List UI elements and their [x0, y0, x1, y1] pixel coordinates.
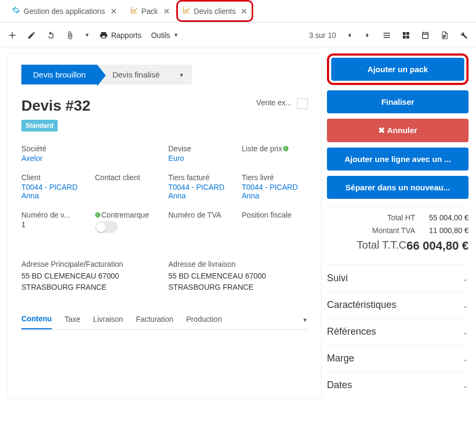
- tab-label: Devis clients: [194, 7, 236, 16]
- collapsible-marge[interactable]: Marge ⌄: [327, 345, 469, 372]
- label-liste-prix: Liste de prix i: [242, 144, 308, 153]
- info-icon[interactable]: i: [283, 146, 288, 151]
- label-contact-client: Contact client: [95, 173, 161, 182]
- field-contremarque: iContremarque: [95, 211, 161, 233]
- next-icon[interactable]: [363, 30, 372, 40]
- edit-icon[interactable]: [27, 30, 36, 40]
- chart-icon: [130, 6, 138, 16]
- sub-tab-production[interactable]: Production: [186, 310, 222, 329]
- cancel-icon: ✖: [378, 126, 385, 135]
- vente-ex-checkbox[interactable]: [297, 98, 308, 109]
- info-icon[interactable]: i: [95, 212, 100, 218]
- value-devise[interactable]: Euro: [168, 154, 235, 163]
- contremarque-toggle[interactable]: [95, 221, 118, 233]
- sub-tab-more[interactable]: ▼: [302, 315, 308, 323]
- attachment-dropdown-icon[interactable]: ▼: [84, 32, 90, 38]
- total-ht-row: Total HT 55 004,00 €: [327, 211, 469, 224]
- value-addr-livraison-line1: 55 BD CLEMENCEAU 67000: [168, 271, 308, 282]
- tools-label: Outils: [151, 31, 170, 40]
- separer-button[interactable]: Séparer dans un nouveau...: [327, 176, 469, 199]
- caret-down-icon: ▼: [179, 72, 184, 78]
- value-tiers-livre[interactable]: T0044 - PICARD Anna: [242, 183, 308, 200]
- annuler-button[interactable]: ✖ Annuler: [327, 119, 469, 142]
- close-icon[interactable]: ✕: [163, 7, 170, 16]
- close-icon[interactable]: ✕: [241, 7, 247, 16]
- tab-devis-clients[interactable]: Devis clients ✕: [176, 0, 254, 22]
- print-icon: [99, 31, 108, 40]
- ajouter-ligne-button[interactable]: Ajouter une ligne avec un ...: [327, 148, 469, 171]
- total-tva-row: Montant TVA 11 000,80 €: [327, 224, 469, 237]
- status-dropdown[interactable]: ▼: [171, 65, 192, 84]
- caret-down-icon: ▼: [302, 317, 308, 323]
- value-client[interactable]: T0044 - PICARD Anna: [21, 183, 88, 200]
- label-tiers-livre: Tiers livré: [242, 173, 308, 182]
- label-societe: Société: [21, 144, 161, 153]
- ajouter-pack-button[interactable]: Ajouter un pack: [331, 58, 464, 81]
- reports-button[interactable]: Rapports: [99, 31, 142, 40]
- sub-tab-facturation[interactable]: Facturation: [136, 310, 173, 329]
- label-position-fiscale: Position fiscale: [242, 211, 308, 219]
- sub-tab-livraison[interactable]: Livraison: [93, 310, 123, 329]
- total-ht-label: Total HT: [327, 213, 415, 222]
- total-tva-value: 11 000,80 €: [415, 226, 469, 235]
- label-numero-v: Numéro de v...: [21, 211, 88, 219]
- value-addr-livraison-line2: STRASBOURG FRANCE: [168, 282, 308, 293]
- label-numero-tva: Numéro de TVA: [168, 211, 235, 219]
- undo-icon[interactable]: [46, 30, 56, 40]
- toolbar-right: [382, 30, 469, 40]
- close-icon[interactable]: ✕: [111, 7, 117, 16]
- status-step-active[interactable]: Devis brouillon: [21, 65, 97, 84]
- calendar-icon[interactable]: [420, 30, 430, 40]
- status-step-next[interactable]: Devis finalisé: [97, 65, 171, 84]
- collapsible-caracteristiques[interactable]: Caractéristiques ⌄: [327, 291, 469, 318]
- total-ttc-value: 66 004,80 €: [407, 239, 469, 253]
- collapsible-label: Dates: [327, 380, 352, 391]
- tools-button[interactable]: Outils ▼: [151, 31, 179, 40]
- field-contact-client: Contact client: [95, 173, 161, 200]
- paginator: 3 sur 10: [309, 30, 372, 40]
- sub-tabs: Contenu Taxe Livraison Facturation Produ…: [21, 309, 308, 330]
- attachment-icon[interactable]: [65, 30, 75, 40]
- collapsible-references[interactable]: Références ⌄: [327, 318, 469, 345]
- value-tiers-facture[interactable]: T0044 - PICARD Anna: [168, 183, 235, 200]
- value-societe[interactable]: Axelor: [21, 154, 161, 163]
- status-steps: Devis brouillon Devis finalisé ▼: [21, 65, 308, 84]
- main-content: Devis brouillon Devis finalisé ▼ Devis #…: [0, 48, 476, 404]
- collapsible-suivi[interactable]: Suivi ⌄: [327, 265, 469, 291]
- address-livraison: Adresse de livraison 55 BD CLEMENCEAU 67…: [168, 260, 308, 293]
- finaliser-button[interactable]: Finaliser: [327, 90, 469, 113]
- list-view-icon[interactable]: [382, 30, 392, 40]
- document-icon[interactable]: [440, 30, 449, 40]
- collapsible-dates[interactable]: Dates ⌄: [327, 372, 469, 398]
- toolbar-left: ▼ Rapports Outils ▼: [7, 30, 178, 40]
- value-addr-facturation-line1: 55 BD CLEMENCEAU 67000: [21, 271, 161, 282]
- fields-grid: Société Axelor Devise Euro Liste de prix…: [21, 144, 308, 233]
- reports-label: Rapports: [111, 31, 142, 40]
- grid-view-icon[interactable]: [401, 30, 411, 40]
- total-ttc-row: Total T.T.C 66 004,80 €: [327, 237, 469, 255]
- totals: Total HT 55 004,00 € Montant TVA 11 000,…: [327, 206, 469, 259]
- label-client: Client: [21, 173, 88, 182]
- vente-ex-label: Vente ex...: [256, 98, 292, 107]
- field-societe: Société Axelor: [21, 144, 161, 163]
- prev-icon[interactable]: [345, 30, 354, 40]
- field-client: Client T0044 - PICARD Anna: [21, 173, 88, 200]
- tab-pack[interactable]: Pack ✕: [123, 0, 176, 22]
- add-icon[interactable]: [7, 30, 17, 40]
- chevron-down-icon: ⌄: [462, 328, 469, 336]
- tab-app-management[interactable]: Gestion des applications ✕: [5, 0, 123, 22]
- total-ht-value: 55 004,00 €: [415, 213, 469, 222]
- collapsible-label: Références: [327, 326, 376, 337]
- sub-tab-contenu[interactable]: Contenu: [21, 309, 52, 329]
- wrench-icon[interactable]: [459, 30, 469, 40]
- pager-text: 3 sur 10: [309, 31, 336, 40]
- addresses: Adresse Principale/Facturation 55 BD CLE…: [21, 260, 308, 293]
- tab-label: Pack: [142, 7, 158, 16]
- chevron-down-icon: ⌄: [462, 354, 469, 363]
- chart-icon: [182, 6, 191, 16]
- field-liste-prix: Liste de prix i: [242, 144, 308, 163]
- collapsible-label: Suivi: [327, 273, 348, 284]
- toggle-knob: [96, 222, 106, 232]
- sub-tab-taxe[interactable]: Taxe: [65, 310, 81, 329]
- value-addr-facturation-line2: STRASBOURG FRANCE: [21, 282, 161, 293]
